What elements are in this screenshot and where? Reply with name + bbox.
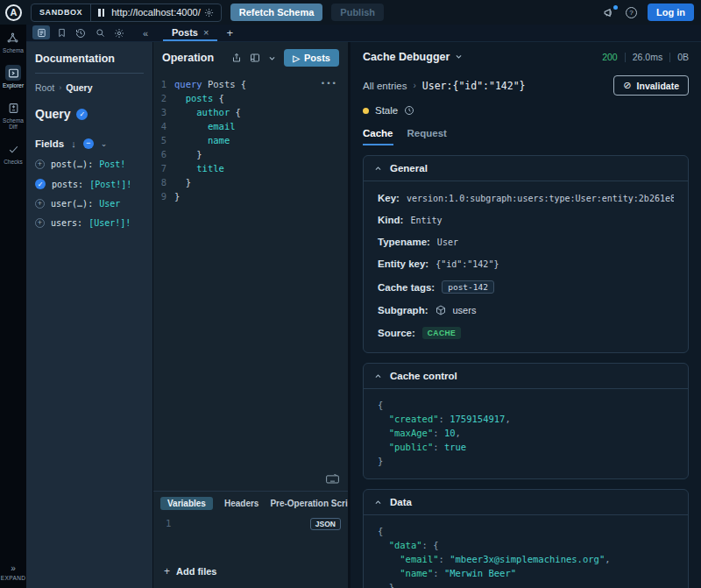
endpoint-url-bar[interactable]: SANDBOX http://localhost:4000/	[31, 4, 222, 22]
collapse-tabs-icon[interactable]: «	[137, 25, 154, 41]
type-heading-row: Query ✓	[35, 107, 144, 121]
format-badge[interactable]: JSON	[310, 518, 341, 530]
chevron-up-icon	[374, 372, 382, 380]
cache-control-section: Cache control { "created": 1759154917, "…	[363, 363, 689, 479]
expand-chevrons-icon: »	[11, 563, 16, 573]
field-item-users[interactable]: + users: [User!]!	[35, 218, 144, 228]
deselect-all-icon[interactable]: −	[83, 138, 94, 149]
response-view-selector[interactable]: Cache Debugger	[363, 51, 463, 63]
general-row-typename: Typename: User	[378, 237, 674, 247]
sidebar-item-checks[interactable]: Checks	[4, 141, 23, 165]
stale-status-dot	[363, 108, 369, 114]
share-icon[interactable]	[231, 53, 242, 63]
general-row-subgraph: Subgraph: users	[378, 305, 674, 315]
field-item-post[interactable]: + post(…): Post!	[35, 159, 144, 169]
explorer-icon	[5, 65, 21, 81]
chevron-down-icon[interactable]: ⌄	[101, 139, 108, 148]
chevron-up-icon	[374, 165, 382, 173]
announcements-megaphone-icon[interactable]	[603, 7, 615, 18]
expand-sidebar-button[interactable]: » EXPAND	[1, 563, 26, 581]
saved-operations-bookmark-icon[interactable]	[53, 25, 70, 41]
add-files-button[interactable]: + Add files	[153, 556, 348, 588]
sidebar-item-explorer[interactable]: Explorer	[3, 65, 24, 89]
breadcrumb-root[interactable]: Root	[35, 82, 54, 93]
new-tab-button[interactable]: +	[217, 25, 242, 41]
explorer-settings-gear-icon[interactable]	[110, 25, 128, 41]
cache-debugger-panel: Cache Debugger 200 26.0ms 0B All en	[350, 42, 701, 588]
sidebar-item-schema-diff[interactable]: Schema Diff	[0, 100, 26, 130]
apollo-logo: A	[5, 4, 22, 21]
close-tab-icon[interactable]: ×	[203, 27, 209, 38]
general-row-kind: Kind: Entity	[378, 215, 674, 225]
stale-label: Stale	[375, 105, 398, 116]
cache-entry-breadcrumb: All entries › User:{"id":"142"} ⊘ Invali…	[363, 75, 689, 96]
sort-arrow-icon[interactable]: ↓	[71, 138, 76, 149]
top-bar: A SANDBOX http://localhost:4000/ Refetch…	[0, 0, 701, 25]
chevron-down-icon	[455, 51, 463, 63]
checks-icon	[5, 141, 21, 157]
add-field-icon[interactable]: +	[35, 218, 45, 228]
login-button[interactable]: Log in	[648, 4, 694, 21]
documentation-panel: Documentation Root › Query Query ✓ Field…	[26, 42, 153, 588]
operation-header: Operation ▷ Posts	[153, 42, 348, 72]
fields-header-row: Fields ↓ − ⌄	[35, 138, 144, 149]
response-size: 0B	[677, 52, 689, 62]
data-section: Data { "data": { "email": "mbeer3x@simpl…	[363, 489, 689, 588]
clock-icon	[404, 105, 414, 116]
data-json: { "data": { "email": "mbeer3x@simplemach…	[364, 515, 688, 588]
keyboard-shortcuts-icon[interactable]	[326, 473, 339, 485]
breadcrumb-current: Query	[66, 82, 92, 93]
general-row-source: Source: CACHE	[378, 327, 674, 339]
cache-tag-chip[interactable]: post-142	[442, 280, 494, 294]
tab-posts[interactable]: Posts ×	[163, 25, 217, 41]
publish-button[interactable]: Publish	[331, 4, 384, 21]
general-section-header[interactable]: General	[364, 156, 688, 181]
data-section-header[interactable]: Data	[364, 490, 688, 515]
connection-settings-gear-icon[interactable]	[204, 8, 221, 18]
sandbox-badge: SANDBOX	[32, 4, 91, 21]
history-icon[interactable]	[72, 25, 89, 41]
operation-panel: Operation ▷ Posts 1qu	[153, 42, 350, 588]
general-section: General Key: version:1.0:subgraph:users:…	[363, 155, 689, 353]
search-icon[interactable]	[91, 25, 109, 41]
sidebar-item-schema[interactable]: Schema	[3, 30, 24, 53]
panel-layout-icon[interactable]	[250, 53, 260, 63]
general-row-entity-key: Entity key: {"id":"142"}	[378, 259, 674, 269]
operations-panel-icon[interactable]	[32, 25, 50, 39]
graphql-code[interactable]: 1query Posts {2 posts {3 author {4 email…	[153, 77, 348, 203]
chevron-up-icon	[374, 499, 382, 507]
field-item-posts[interactable]: ✓ posts: [Post!]!	[35, 179, 144, 189]
staleness-row: Stale	[363, 105, 689, 116]
refetch-schema-button[interactable]: Refetch Schema	[230, 4, 323, 21]
status-code: 200	[602, 52, 618, 62]
subgraph-name[interactable]: users	[453, 305, 477, 315]
add-field-icon[interactable]: +	[35, 199, 45, 209]
field-item-user[interactable]: + user(…): User	[35, 199, 144, 209]
tab-headers[interactable]: Headers	[224, 499, 258, 508]
breadcrumb-separator: ›	[59, 83, 61, 92]
run-operation-button[interactable]: ▷ Posts	[284, 49, 339, 67]
help-icon[interactable]: ?	[626, 7, 637, 18]
breadcrumb: Root › Query	[35, 82, 144, 93]
pause-icon[interactable]	[91, 9, 111, 17]
field-selected-check-icon[interactable]: ✓	[35, 179, 46, 189]
editor-menu-icon[interactable]: •••	[321, 79, 337, 88]
tab-cache[interactable]: Cache	[363, 128, 393, 145]
invalidate-button[interactable]: ⊘ Invalidate	[613, 75, 689, 96]
graphql-editor[interactable]: 1query Posts {2 posts {3 author {4 email…	[153, 72, 348, 491]
explorer-toolbar: « Posts × +	[26, 25, 701, 42]
tab-variables[interactable]: Variables	[160, 497, 213, 510]
source-badge: CACHE	[422, 327, 461, 339]
add-field-icon[interactable]: +	[35, 159, 45, 169]
type-selected-check-icon[interactable]: ✓	[76, 109, 88, 120]
variables-editor[interactable]: 1 JSON	[153, 514, 348, 556]
all-entries-link[interactable]: All entries	[363, 81, 407, 91]
tab-pre-operation-script[interactable]: Pre-Operation Script	[270, 499, 348, 508]
operation-bottom-panel: Variables Headers Pre-Operation Script P…	[153, 491, 348, 588]
tab-request[interactable]: Request	[407, 128, 447, 145]
cache-debugger-header: Cache Debugger 200 26.0ms 0B	[363, 51, 689, 63]
plus-icon: +	[164, 565, 170, 577]
cache-control-section-header[interactable]: Cache control	[364, 364, 688, 389]
chevron-down-icon[interactable]	[268, 54, 276, 62]
entry-key: User:{"id":"142"}	[422, 80, 526, 92]
